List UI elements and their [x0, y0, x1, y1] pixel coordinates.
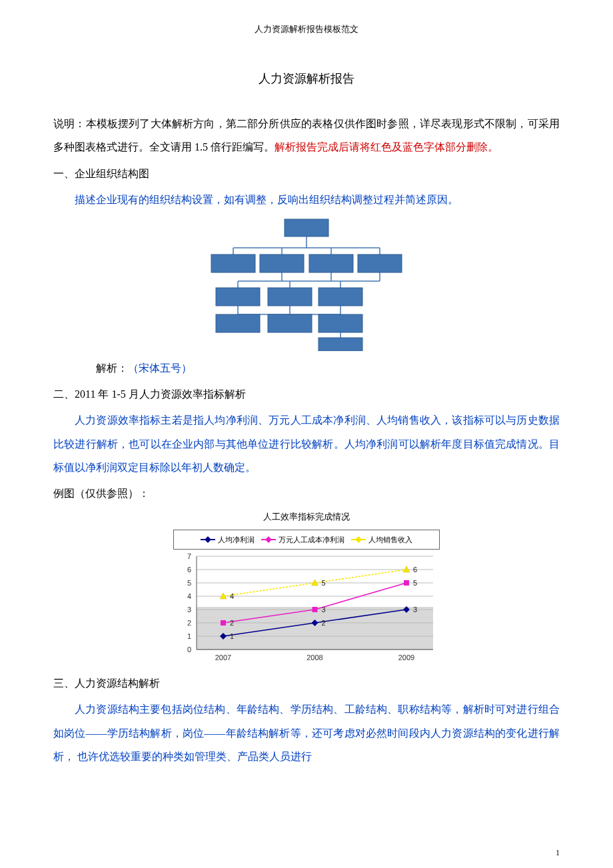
svg-rect-25	[318, 288, 362, 306]
svg-text:0: 0	[187, 646, 191, 653]
chart-legend: 人均净利润 万元人工成本净利润 人均销售收入	[173, 530, 440, 550]
section-3-head: 三、人力资源结构解析	[53, 671, 560, 695]
svg-text:2007: 2007	[215, 653, 231, 661]
intro-paragraph: 说明：本模板摆列了大体解析方向，第二部分所供应的表格仅供作图时参照，详尽表现形式…	[53, 112, 560, 159]
doc-header: 人力资源解析报告模板范文	[53, 20, 560, 39]
intro-red-text: 解析报告完成后请将红色及蓝色字体部分删除。	[275, 141, 498, 153]
svg-text:7: 7	[187, 552, 191, 560]
svg-text:6: 6	[187, 566, 191, 574]
section-2-blue-text: 人力资源效率指标主若是指人均净利润、万元人工成本净利润、人均销售收入，该指标可以…	[53, 408, 560, 479]
svg-rect-62	[404, 580, 409, 586]
legend-label-2: 万元人工成本净利润	[279, 532, 344, 548]
svg-text:3: 3	[322, 606, 326, 614]
svg-text:4: 4	[187, 592, 191, 600]
svg-rect-23	[216, 288, 260, 306]
chart-title: 人工效率指标完成情况	[173, 508, 440, 527]
section-2-example-label: 例图（仅供参照）：	[53, 482, 560, 505]
org-chart-diagram	[53, 218, 560, 351]
svg-text:1: 1	[230, 632, 234, 640]
analysis-note: （宋体五号）	[128, 362, 192, 374]
svg-rect-20	[260, 254, 304, 272]
svg-text:2: 2	[322, 619, 326, 627]
svg-text:3: 3	[413, 606, 417, 614]
svg-rect-29	[318, 338, 362, 351]
svg-rect-27	[268, 314, 312, 332]
svg-rect-19	[211, 254, 255, 272]
svg-text:5: 5	[187, 579, 191, 587]
svg-text:2: 2	[230, 619, 234, 627]
doc-title: 人力资源解析报告	[53, 66, 560, 93]
svg-text:2008: 2008	[306, 653, 322, 661]
svg-text:1: 1	[187, 632, 191, 640]
svg-rect-22	[358, 254, 402, 272]
legend-label-3: 人均销售收入	[368, 532, 412, 548]
section-2-head: 二、2011 年 1-5 月人力资源效率指标解析	[53, 382, 560, 406]
svg-text:6: 6	[413, 566, 417, 574]
svg-text:5: 5	[322, 579, 326, 587]
svg-rect-30	[197, 607, 433, 650]
svg-text:2009: 2009	[398, 653, 414, 661]
svg-rect-26	[216, 314, 260, 332]
section-1-head: 一、企业组织结构图	[53, 162, 560, 185]
svg-rect-28	[318, 314, 362, 332]
svg-text:5: 5	[413, 579, 417, 587]
svg-text:3: 3	[187, 606, 191, 614]
svg-text:2: 2	[187, 619, 191, 627]
svg-rect-60	[312, 607, 318, 612]
svg-rect-58	[221, 620, 226, 626]
line-chart: 人工效率指标完成情况 人均净利润 万元人工成本净利润 人均销售收入 012345…	[173, 508, 440, 669]
analysis-label: 解析：	[96, 362, 128, 374]
legend-label-1: 人均净利润	[218, 532, 255, 548]
section-1-blue-text: 描述企业现有的组织结构设置，如有调整，反响出组织结构调整过程并简述原因。	[53, 188, 560, 211]
legend-marker-3	[351, 539, 366, 540]
section-3-blue-text: 人力资源结构主要包括岗位结构、年龄结构、学历结构、工龄结构、职称结构等，解析时可…	[53, 697, 560, 768]
svg-rect-21	[309, 254, 353, 272]
svg-rect-18	[285, 219, 328, 236]
section-1-analysis-line: 解析：（宋体五号）	[53, 356, 560, 380]
svg-text:4: 4	[230, 592, 234, 600]
svg-rect-24	[268, 288, 312, 306]
legend-marker-2	[261, 539, 276, 540]
legend-marker-1	[201, 539, 215, 540]
